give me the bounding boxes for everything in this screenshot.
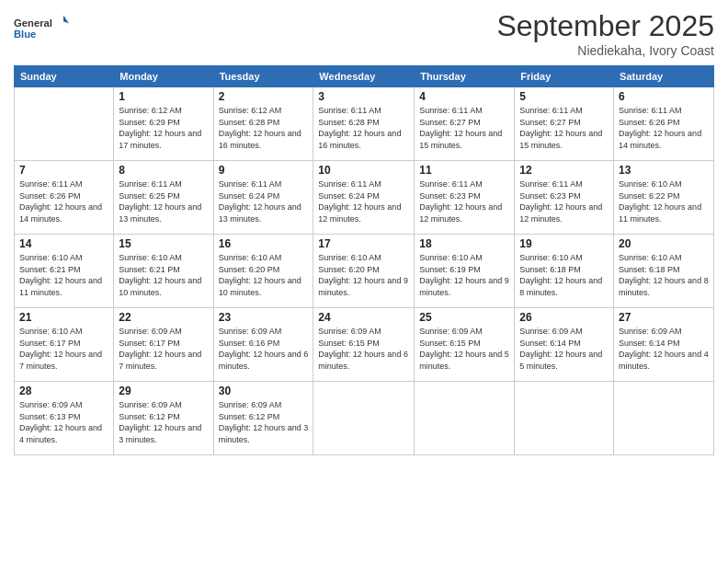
calendar-cell (515, 382, 614, 455)
calendar-table: Sunday Monday Tuesday Wednesday Thursday… (14, 65, 714, 455)
day-number: 4 (419, 90, 509, 103)
month-title: September 2025 (496, 9, 714, 43)
calendar-cell: 16 Sunrise: 6:10 AM Sunset: 6:20 PM Dayl… (213, 235, 313, 308)
calendar-cell: 24 Sunrise: 6:09 AM Sunset: 6:15 PM Dayl… (313, 308, 415, 382)
day-info: Sunrise: 6:11 AM Sunset: 6:24 PM Dayligh… (219, 178, 309, 224)
day-info: Sunrise: 6:09 AM Sunset: 6:15 PM Dayligh… (318, 326, 409, 372)
day-info: Sunrise: 6:11 AM Sunset: 6:26 PM Dayligh… (619, 105, 709, 151)
calendar-cell: 13 Sunrise: 6:10 AM Sunset: 6:22 PM Dayl… (614, 161, 714, 235)
calendar-cell: 19 Sunrise: 6:10 AM Sunset: 6:18 PM Dayl… (515, 235, 614, 308)
day-number: 5 (519, 90, 609, 103)
header-thursday: Thursday (415, 66, 515, 87)
day-number: 26 (519, 311, 609, 324)
svg-text:Blue: Blue (14, 29, 36, 40)
day-number: 21 (19, 311, 108, 324)
calendar-cell: 20 Sunrise: 6:10 AM Sunset: 6:18 PM Dayl… (614, 235, 714, 308)
calendar-cell: 3 Sunrise: 6:11 AM Sunset: 6:28 PM Dayli… (313, 87, 415, 161)
calendar-cell: 5 Sunrise: 6:11 AM Sunset: 6:27 PM Dayli… (515, 87, 614, 161)
day-number: 15 (119, 237, 208, 250)
day-info: Sunrise: 6:10 AM Sunset: 6:21 PM Dayligh… (19, 252, 108, 298)
svg-text:General: General (14, 17, 52, 29)
day-number: 1 (119, 90, 208, 103)
calendar-cell: 21 Sunrise: 6:10 AM Sunset: 6:17 PM Dayl… (15, 308, 114, 382)
day-number: 22 (119, 311, 208, 324)
day-number: 18 (419, 237, 509, 250)
day-info: Sunrise: 6:11 AM Sunset: 6:24 PM Dayligh… (318, 178, 409, 224)
day-number: 6 (619, 90, 709, 103)
calendar-cell: 29 Sunrise: 6:09 AM Sunset: 6:12 PM Dayl… (114, 382, 213, 455)
calendar-cell: 14 Sunrise: 6:10 AM Sunset: 6:21 PM Dayl… (15, 235, 114, 308)
logo-svg: General Blue (14, 9, 69, 46)
calendar-cell: 8 Sunrise: 6:11 AM Sunset: 6:25 PM Dayli… (114, 161, 213, 235)
day-number: 8 (119, 164, 208, 177)
day-info: Sunrise: 6:10 AM Sunset: 6:17 PM Dayligh… (19, 326, 108, 372)
calendar-cell: 30 Sunrise: 6:09 AM Sunset: 6:12 PM Dayl… (213, 382, 313, 455)
day-number: 7 (19, 164, 108, 177)
header-wednesday: Wednesday (313, 66, 415, 87)
day-number: 16 (219, 237, 309, 250)
calendar-cell: 25 Sunrise: 6:09 AM Sunset: 6:15 PM Dayl… (415, 308, 515, 382)
day-info: Sunrise: 6:09 AM Sunset: 6:12 PM Dayligh… (119, 399, 208, 445)
logo: General Blue (14, 9, 69, 46)
calendar-cell (614, 382, 714, 455)
day-info: Sunrise: 6:09 AM Sunset: 6:17 PM Dayligh… (119, 326, 208, 372)
day-info: Sunrise: 6:09 AM Sunset: 6:16 PM Dayligh… (219, 326, 309, 372)
calendar-cell: 26 Sunrise: 6:09 AM Sunset: 6:14 PM Dayl… (515, 308, 614, 382)
header-tuesday: Tuesday (213, 66, 313, 87)
day-number: 12 (519, 164, 609, 177)
location-subtitle: Niediekaha, Ivory Coast (496, 43, 714, 58)
day-number: 20 (619, 237, 709, 250)
calendar-cell: 23 Sunrise: 6:09 AM Sunset: 6:16 PM Dayl… (213, 308, 313, 382)
calendar-cell: 10 Sunrise: 6:11 AM Sunset: 6:24 PM Dayl… (313, 161, 415, 235)
day-number: 29 (119, 385, 208, 397)
day-info: Sunrise: 6:12 AM Sunset: 6:29 PM Dayligh… (119, 105, 208, 151)
day-info: Sunrise: 6:09 AM Sunset: 6:13 PM Dayligh… (19, 399, 108, 445)
header-monday: Monday (114, 66, 213, 87)
day-number: 2 (219, 90, 309, 103)
day-info: Sunrise: 6:11 AM Sunset: 6:25 PM Dayligh… (119, 178, 208, 224)
calendar-cell: 15 Sunrise: 6:10 AM Sunset: 6:21 PM Dayl… (114, 235, 213, 308)
day-info: Sunrise: 6:11 AM Sunset: 6:23 PM Dayligh… (519, 178, 609, 224)
day-number: 19 (519, 237, 609, 250)
day-info: Sunrise: 6:09 AM Sunset: 6:15 PM Dayligh… (419, 326, 509, 372)
header: General Blue September 2025 Niediekaha, … (14, 9, 714, 58)
day-info: Sunrise: 6:09 AM Sunset: 6:14 PM Dayligh… (619, 326, 709, 372)
calendar-cell: 12 Sunrise: 6:11 AM Sunset: 6:23 PM Dayl… (515, 161, 614, 235)
day-info: Sunrise: 6:10 AM Sunset: 6:18 PM Dayligh… (519, 252, 609, 298)
day-info: Sunrise: 6:11 AM Sunset: 6:27 PM Dayligh… (519, 105, 609, 151)
day-number: 14 (19, 237, 108, 250)
calendar-cell: 2 Sunrise: 6:12 AM Sunset: 6:28 PM Dayli… (213, 87, 313, 161)
svg-marker-2 (63, 16, 69, 24)
calendar-cell: 4 Sunrise: 6:11 AM Sunset: 6:27 PM Dayli… (415, 87, 515, 161)
day-info: Sunrise: 6:10 AM Sunset: 6:22 PM Dayligh… (619, 178, 709, 224)
calendar-cell: 22 Sunrise: 6:09 AM Sunset: 6:17 PM Dayl… (114, 308, 213, 382)
day-number: 10 (318, 164, 409, 177)
day-number: 17 (318, 237, 409, 250)
day-info: Sunrise: 6:09 AM Sunset: 6:14 PM Dayligh… (519, 326, 609, 372)
day-info: Sunrise: 6:10 AM Sunset: 6:19 PM Dayligh… (419, 252, 509, 298)
calendar-cell: 28 Sunrise: 6:09 AM Sunset: 6:13 PM Dayl… (15, 382, 114, 455)
day-number: 24 (318, 311, 409, 324)
calendar-cell: 18 Sunrise: 6:10 AM Sunset: 6:19 PM Dayl… (415, 235, 515, 308)
header-saturday: Saturday (614, 66, 714, 87)
day-number: 25 (419, 311, 509, 324)
calendar-cell: 9 Sunrise: 6:11 AM Sunset: 6:24 PM Dayli… (213, 161, 313, 235)
calendar-cell: 7 Sunrise: 6:11 AM Sunset: 6:26 PM Dayli… (15, 161, 114, 235)
day-number: 30 (219, 385, 309, 397)
header-sunday: Sunday (15, 66, 114, 87)
day-number: 9 (219, 164, 309, 177)
day-info: Sunrise: 6:11 AM Sunset: 6:28 PM Dayligh… (318, 105, 409, 151)
page: General Blue September 2025 Niediekaha, … (0, 0, 728, 563)
header-friday: Friday (515, 66, 614, 87)
calendar-cell: 17 Sunrise: 6:10 AM Sunset: 6:20 PM Dayl… (313, 235, 415, 308)
title-section: September 2025 Niediekaha, Ivory Coast (496, 9, 714, 58)
day-number: 13 (619, 164, 709, 177)
days-header-row: Sunday Monday Tuesday Wednesday Thursday… (15, 66, 714, 87)
calendar-cell: 1 Sunrise: 6:12 AM Sunset: 6:29 PM Dayli… (114, 87, 213, 161)
calendar-cell: 11 Sunrise: 6:11 AM Sunset: 6:23 PM Dayl… (415, 161, 515, 235)
day-info: Sunrise: 6:11 AM Sunset: 6:23 PM Dayligh… (419, 178, 509, 224)
calendar-cell (15, 87, 114, 161)
day-number: 28 (19, 385, 108, 397)
day-info: Sunrise: 6:10 AM Sunset: 6:21 PM Dayligh… (119, 252, 208, 298)
calendar-cell: 27 Sunrise: 6:09 AM Sunset: 6:14 PM Dayl… (614, 308, 714, 382)
